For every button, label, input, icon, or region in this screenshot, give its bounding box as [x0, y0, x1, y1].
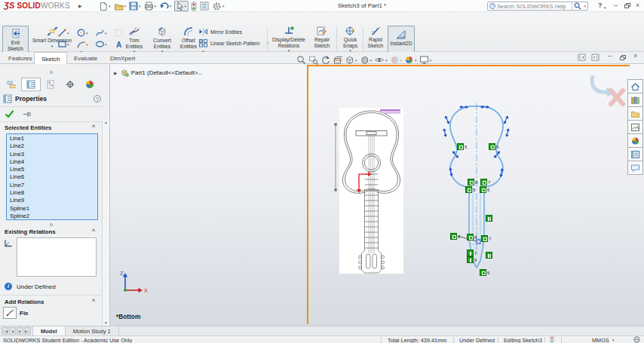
entity-list-item[interactable]: Line9	[10, 197, 97, 204]
apply-scene-button[interactable]: ▾	[404, 55, 417, 65]
scroll-down-icon[interactable]: ▼	[103, 320, 109, 325]
forum-tab[interactable]	[627, 161, 643, 175]
panel-help-icon[interactable]: ?	[94, 95, 101, 103]
mirror-entities-button[interactable]: Mirror Entities	[198, 27, 242, 36]
existing-relations-list[interactable]	[17, 237, 97, 277]
tab-dimxpert[interactable]: DimXpert	[103, 52, 142, 64]
tab-property-manager[interactable]	[21, 78, 41, 91]
logo-flyout-icon[interactable]: ▶	[78, 3, 82, 8]
dropdown-caret-icon[interactable]: ▾	[584, 4, 586, 8]
dropdown-caret-icon[interactable]: ▾	[67, 42, 69, 47]
entity-list-item[interactable]: Line1	[10, 135, 97, 142]
panel-scrollbar[interactable]: ▲ ▼	[102, 119, 109, 326]
view-settings-button[interactable]: ▾	[419, 55, 432, 65]
dropdown-caret-icon[interactable]: ▾	[105, 31, 107, 35]
scroll-up-icon[interactable]: ▲	[103, 120, 109, 124]
units-caret-icon[interactable]: ▴	[612, 337, 615, 341]
dropdown-caret-icon[interactable]: ▾	[415, 58, 417, 63]
appearances-tab[interactable]	[627, 133, 643, 148]
tab-display-manager[interactable]	[80, 78, 100, 91]
dropdown-caret-icon[interactable]: ▾	[185, 4, 187, 8]
dropdown-caret-icon[interactable]: ▾	[124, 4, 127, 8]
dropdown-caret-icon[interactable]: ▾	[355, 58, 357, 63]
dropdown-caret-icon[interactable]: ▾	[170, 4, 172, 8]
search-input[interactable]: Search SOLIDWORKS Help	[497, 3, 570, 10]
collapse-chevron-icon[interactable]: ^	[92, 228, 95, 234]
quick-snaps-button[interactable]: Quick Snaps ▾	[339, 26, 362, 52]
close-button[interactable]: ×	[636, 2, 639, 10]
entity-list-item[interactable]: Line8	[10, 189, 97, 197]
file-explorer-tab[interactable]	[627, 106, 643, 121]
doc-restore-button[interactable]	[620, 55, 626, 60]
add-relations-header[interactable]: Add Relations	[5, 299, 44, 305]
tab-model[interactable]: Model	[32, 326, 66, 335]
rectangle-tool-button[interactable]: ▾	[57, 39, 75, 49]
view-orientation-button[interactable]: ▾	[345, 55, 357, 65]
dropdown-caret-icon[interactable]: ▾	[400, 58, 403, 63]
rapid-sketch-button[interactable]: Rapid Sketch	[365, 26, 386, 48]
last-tab-icon[interactable]: ▶❘	[24, 327, 31, 335]
trim-entities-button[interactable]: Trim Entities ▾	[121, 26, 148, 53]
tab-dimxpert-manager[interactable]	[60, 78, 80, 91]
search-box[interactable]: ? Search SOLIDWORKS Help ▾	[487, 2, 588, 11]
entity-list-item[interactable]: Line6	[10, 173, 97, 181]
options-gear-button[interactable]: ▾	[211, 1, 225, 11]
dropdown-caret-icon[interactable]: ▾	[109, 4, 111, 8]
entity-list-item[interactable]: Spline1	[10, 205, 97, 213]
prev-tab-icon[interactable]: ◀	[9, 327, 16, 335]
dropdown-caret-icon[interactable]: ▾	[105, 42, 107, 47]
ellipse-tool-button[interactable]: ▾	[95, 39, 113, 49]
edit-appearance-button[interactable]: ▾	[390, 55, 403, 65]
open-document-button[interactable]: ▾	[113, 1, 127, 11]
view-palette-tab[interactable]	[627, 120, 643, 134]
search-icon[interactable]	[574, 2, 581, 10]
dropdown-caret-icon[interactable]: ▾	[370, 58, 373, 63]
design-library-tab[interactable]	[627, 93, 643, 107]
tab-evaluate[interactable]: Evaluate	[67, 52, 104, 64]
xpress-products-icon[interactable]	[190, 1, 198, 11]
previous-view-button[interactable]	[320, 55, 330, 65]
section-view-button[interactable]	[333, 55, 342, 65]
display-delete-relations-button[interactable]: Display/Delete Relations ▾	[269, 26, 308, 52]
existing-relations-header[interactable]: Existing Relations	[5, 228, 56, 235]
confirmation-corner[interactable]	[587, 71, 629, 112]
custom-properties-tab[interactable]	[627, 147, 643, 161]
linear-sketch-pattern-button[interactable]: Linear Sketch Pattern ▾	[198, 38, 268, 47]
circle-tool-button[interactable]: ▾	[76, 28, 94, 38]
save-button[interactable]: ▾	[128, 1, 142, 11]
selected-entities-list[interactable]: Line1Line2Line3Line4Line5Line6Line7Line8…	[6, 133, 98, 220]
fix-label[interactable]: Fix	[20, 310, 29, 317]
spline-tool-button[interactable]: ▾	[95, 28, 113, 38]
graphics-area[interactable]: ▶ Part1 (Default<<Default>...	[110, 64, 644, 326]
selected-entities-header[interactable]: Selected Entities	[5, 124, 51, 131]
dropdown-caret-icon[interactable]: ▾	[67, 31, 69, 35]
doc-minimize-button[interactable]: –	[608, 52, 612, 60]
restore-button[interactable]	[624, 3, 630, 8]
tab-feature-manager[interactable]	[2, 78, 21, 91]
ok-check-icon[interactable]	[5, 109, 14, 118]
panel-splitter-handle[interactable]	[50, 223, 53, 226]
pane-left-icon[interactable]	[578, 54, 586, 63]
doc-close-button[interactable]: ×	[633, 52, 637, 60]
units-label[interactable]: MMGS	[592, 337, 609, 343]
dropdown-caret-icon[interactable]: ▾	[430, 58, 432, 63]
dropdown-caret-icon[interactable]: ▾	[604, 4, 606, 12]
tab-configuration-manager[interactable]	[41, 78, 60, 91]
panel-splitter-handle[interactable]	[50, 71, 53, 74]
minimize-button[interactable]: –	[614, 2, 618, 10]
entity-list-item[interactable]: Line3	[10, 151, 97, 158]
dropdown-caret-icon[interactable]: ▾	[155, 4, 157, 8]
dropdown-caret-icon[interactable]: ▾	[139, 4, 141, 8]
print-button[interactable]: ▾	[143, 1, 158, 11]
collapse-chevron-icon[interactable]: ^	[92, 124, 95, 130]
help-menu-button[interactable]: ?	[598, 2, 603, 10]
dropdown-caret-icon[interactable]: ▾	[222, 4, 225, 8]
offset-entities-button[interactable]: Offset Entities	[176, 26, 201, 49]
repair-sketch-button[interactable]: Repair Sketch	[309, 26, 335, 48]
tags-globe-icon[interactable]	[633, 336, 640, 343]
select-tool-button[interactable]: ▾	[174, 1, 189, 11]
display-style-button[interactable]: ▾	[360, 55, 373, 65]
sketch-canvas[interactable]: Z X	[110, 64, 644, 326]
new-document-button[interactable]: ▾	[98, 1, 112, 11]
entity-list-item[interactable]: Line5	[10, 166, 97, 173]
